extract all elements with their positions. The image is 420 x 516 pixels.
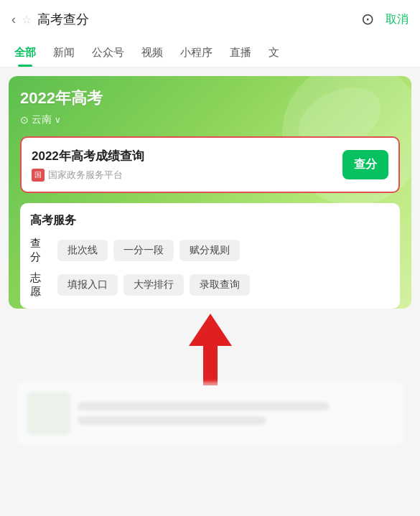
blurred-line-2 xyxy=(78,416,266,425)
service-tag-fufen[interactable]: 赋分规则 xyxy=(179,240,240,261)
source-icon: 国 xyxy=(32,169,45,182)
row-label-1: 查分 xyxy=(30,237,50,264)
tab-all[interactable]: 全部 xyxy=(6,39,45,67)
tab-text[interactable]: 文 xyxy=(260,39,288,67)
services-row-2: 志愿 填报入口 大学排行 录取查询 xyxy=(30,271,390,299)
result-source: 国 国家政务服务平台 xyxy=(32,169,342,182)
tab-official[interactable]: 公众号 xyxy=(83,39,133,67)
service-tag-daxue[interactable]: 大学排行 xyxy=(123,274,184,296)
service-tag-yifenyiduan[interactable]: 一分一段 xyxy=(113,240,174,261)
tab-news[interactable]: 新闻 xyxy=(45,39,83,67)
tab-live[interactable]: 直播 xyxy=(221,39,260,67)
query-button[interactable]: 查分 xyxy=(342,150,388,179)
services-title: 高考服务 xyxy=(30,213,390,228)
card-title: 2022年高考 xyxy=(20,88,400,109)
top-bar-left: ‹ ☆ 高考查分 xyxy=(11,11,89,28)
blurred-card xyxy=(17,382,403,445)
service-tag-luqu[interactable]: 录取查询 xyxy=(190,274,250,296)
blurred-line-1 xyxy=(78,402,330,411)
star-icon[interactable]: ☆ xyxy=(22,13,32,27)
blurred-lines xyxy=(78,392,393,435)
service-tag-tianbao[interactable]: 填报入口 xyxy=(57,274,118,296)
result-title: 2022年高考成绩查询 xyxy=(32,148,342,164)
services-grid: 查分 批次线 一分一段 赋分规则 志愿 填报入口 大学排行 录取查询 xyxy=(30,237,390,299)
svg-marker-0 xyxy=(189,314,232,385)
result-card-left: 2022年高考成绩查询 国 国家政务服务平台 xyxy=(32,148,342,182)
arrow-container xyxy=(9,310,411,382)
service-tag-pici[interactable]: 批次线 xyxy=(57,240,108,261)
service-tags-1: 批次线 一分一段 赋分规则 xyxy=(57,240,240,261)
top-bar-right: ⊙ 取消 xyxy=(361,10,409,29)
row-label-2: 志愿 xyxy=(30,271,50,299)
page-title: 高考查分 xyxy=(37,11,89,28)
location-pin-icon: ⊙ xyxy=(20,114,29,126)
top-bar: ‹ ☆ 高考查分 ⊙ 取消 xyxy=(0,0,420,39)
tab-bar: 全部 新闻 公众号 视频 小程序 直播 文 xyxy=(0,39,420,67)
location-row: ⊙ 云南 ∨ xyxy=(20,113,400,126)
back-icon[interactable]: ‹ xyxy=(11,12,16,27)
services-row-1: 查分 批次线 一分一段 赋分规则 xyxy=(30,237,390,264)
source-text: 国家政务服务平台 xyxy=(48,169,123,182)
bottom-blurred xyxy=(9,382,411,445)
chevron-down-icon[interactable]: ∨ xyxy=(55,115,61,125)
service-tags-2: 填报入口 大学排行 录取查询 xyxy=(57,274,250,296)
services-section: 高考服务 查分 批次线 一分一段 赋分规则 志愿 填报入口 大学排行 xyxy=(20,203,400,309)
location-text: 云南 xyxy=(32,113,52,126)
tab-mini[interactable]: 小程序 xyxy=(172,39,221,67)
green-card: 2022年高考 ⊙ 云南 ∨ 2022年高考成绩查询 国 国家政务服务平台 查分… xyxy=(9,76,411,309)
arrow-svg xyxy=(182,310,239,389)
result-card: 2022年高考成绩查询 国 国家政务服务平台 查分 xyxy=(20,136,400,193)
blurred-thumb xyxy=(27,392,70,435)
camera-icon[interactable]: ⊙ xyxy=(361,10,374,29)
tab-video[interactable]: 视频 xyxy=(133,39,172,67)
cancel-button[interactable]: 取消 xyxy=(386,12,409,27)
content-area: 2022年高考 ⊙ 云南 ∨ 2022年高考成绩查询 国 国家政务服务平台 查分… xyxy=(0,67,420,454)
